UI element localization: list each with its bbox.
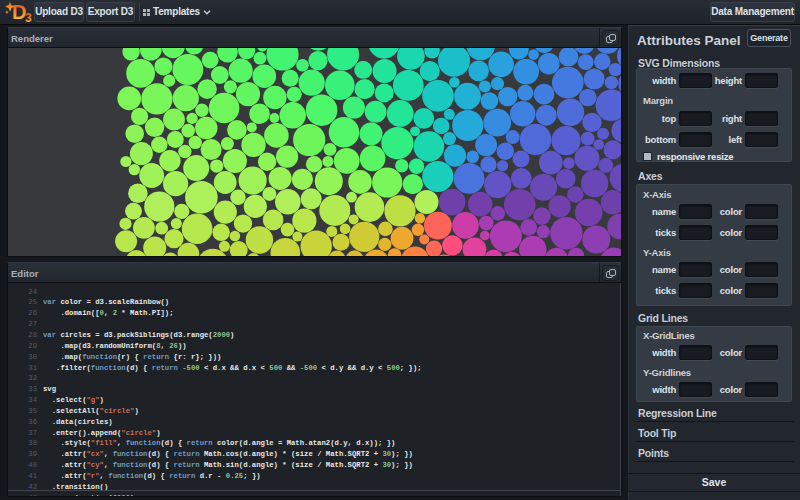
svg-text:3: 3 — [25, 11, 32, 24]
